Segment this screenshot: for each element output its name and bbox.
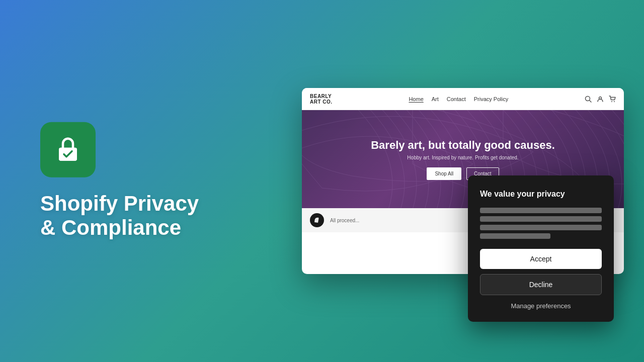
text-line-4 — [480, 233, 550, 239]
decline-button[interactable]: Decline — [480, 274, 602, 295]
modal-text-lines — [480, 208, 602, 239]
nav-art[interactable]: Art — [432, 96, 439, 102]
svg-point-6 — [614, 101, 615, 102]
hero-content: Barely art, but totally good causes. Hob… — [371, 139, 555, 180]
bottom-strip-text: All proceed... — [330, 218, 359, 223]
accept-button[interactable]: Accept — [480, 249, 602, 269]
nav-icons — [585, 96, 616, 103]
hero-headline: Barely art, but totally good causes. — [371, 139, 555, 152]
lock-check-icon — [53, 135, 83, 165]
manage-preferences-link[interactable]: Manage preferences — [480, 302, 602, 310]
left-panel: Shopify Privacy & Compliance — [40, 122, 199, 240]
browser-nav: BEARLY ART CO. Home Art Contact Privacy … — [302, 88, 624, 110]
brand-logo: BEARLY ART CO. — [310, 94, 333, 105]
search-icon[interactable] — [585, 96, 592, 103]
text-line-1 — [480, 208, 602, 213]
cart-icon[interactable] — [609, 96, 616, 103]
app-title: Shopify Privacy & Compliance — [40, 192, 199, 240]
text-line-2 — [480, 216, 602, 222]
shop-all-button[interactable]: Shop All — [427, 167, 461, 180]
privacy-modal: We value your privacy Accept Decline Man… — [468, 175, 614, 322]
nav-privacy[interactable]: Privacy Policy — [474, 96, 508, 102]
app-icon — [40, 122, 96, 177]
text-line-3 — [480, 225, 602, 230]
nav-home[interactable]: Home — [409, 96, 423, 102]
account-icon[interactable] — [597, 96, 604, 103]
modal-title: We value your privacy — [480, 190, 602, 199]
hero-subtext: Hobby art. Inspired by nature. Profits g… — [371, 155, 555, 160]
nav-contact[interactable]: Contact — [447, 96, 466, 102]
shopify-icon — [313, 216, 321, 224]
shopify-badge — [310, 213, 324, 227]
svg-line-3 — [590, 100, 592, 102]
nav-links: Home Art Contact Privacy Policy — [409, 96, 508, 102]
svg-point-5 — [611, 101, 612, 102]
